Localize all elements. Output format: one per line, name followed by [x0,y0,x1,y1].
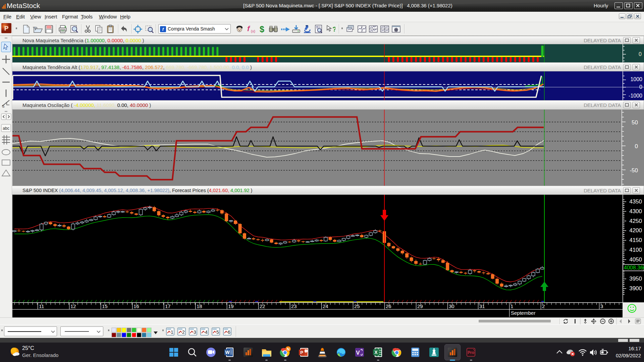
svg-text:16: 16 [133,303,139,309]
svg-text:5: 5 [216,329,219,335]
svg-text:12: 12 [70,303,76,309]
svg-text:0: 0 [635,143,638,149]
svg-text:1000: 1000 [630,76,642,82]
svg-text:$: $ [260,24,264,34]
svg-text:4300: 4300 [629,208,642,215]
svg-text:4008.360: 4008.360 [624,265,644,270]
svg-text:19: 19 [228,303,234,309]
svg-text:4050: 4050 [629,256,642,263]
svg-text:X: X [374,350,378,355]
svg-text:P: P [4,25,9,32]
svg-text:W: W [225,350,230,355]
svg-text:11: 11 [39,303,44,309]
svg-text:29: 29 [417,303,423,309]
svg-text:4150: 4150 [629,237,642,243]
svg-text:17: 17 [165,303,171,309]
svg-text:4100: 4100 [629,247,642,253]
svg-text:0: 0 [639,84,642,90]
svg-text:6: 6 [228,329,230,335]
svg-text:P: P [300,350,303,355]
svg-text:25: 25 [354,303,360,309]
svg-text:15: 15 [102,303,108,309]
svg-text:September: September [511,310,535,316]
svg-text:31: 31 [479,303,485,309]
svg-text:4200: 4200 [629,227,642,234]
svg-text:2: 2 [542,303,545,309]
svg-text:-50: -50 [630,167,638,174]
svg-text:3: 3 [194,329,196,335]
svg-text:0: 0 [639,51,642,57]
svg-text:-1000: -1000 [629,93,642,99]
svg-text:3950: 3950 [629,276,642,282]
svg-text:4350: 4350 [629,198,642,205]
svg-text:(x): (x) [251,29,255,33]
svg-text:26: 26 [386,303,391,309]
svg-text:N: N [287,347,290,352]
svg-text:?: ? [332,25,335,33]
svg-text:4250: 4250 [629,218,642,224]
svg-text:3: 3 [600,303,603,309]
svg-text:30: 30 [449,303,454,309]
svg-text:4: 4 [205,329,208,335]
svg-text:24: 24 [323,303,328,309]
svg-text:3900: 3900 [629,285,642,292]
svg-text:S: S [2,104,4,108]
svg-text:22: 22 [260,303,265,309]
svg-text:2: 2 [182,329,185,335]
svg-text:f: f [247,24,251,33]
svg-text:23: 23 [291,303,297,309]
svg-text:50: 50 [632,119,638,126]
svg-text:18: 18 [197,303,202,309]
svg-text:1: 1 [511,303,513,309]
svg-text:Pro: Pro [468,350,474,355]
svg-text:1: 1 [171,329,173,335]
svg-text:V: V [356,350,360,356]
